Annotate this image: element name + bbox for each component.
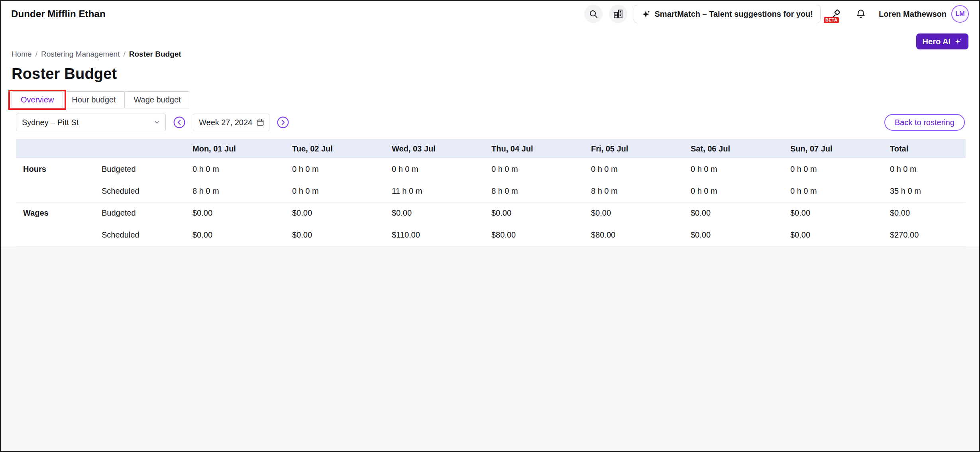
- next-week-button[interactable]: [276, 116, 290, 129]
- tab-wage-budget[interactable]: Wage budget: [124, 91, 190, 108]
- cell: $110.00: [388, 224, 487, 246]
- column-header-fri: Fri, 05 Jul: [587, 139, 687, 158]
- week-picker-value: Week 27, 2024: [199, 118, 252, 127]
- week-picker[interactable]: Week 27, 2024: [193, 114, 269, 131]
- row-group-label: Hours: [16, 158, 98, 180]
- row-type-label: Scheduled: [98, 180, 189, 202]
- column-header-wed: Wed, 03 Jul: [388, 139, 487, 158]
- user-menu[interactable]: Loren Mathewson LM: [876, 5, 969, 23]
- cell: 0 h 0 m: [687, 180, 786, 202]
- cell: $0.00: [288, 224, 388, 246]
- cell: 11 h 0 m: [388, 180, 487, 202]
- column-header-sat: Sat, 06 Jul: [687, 139, 786, 158]
- top-bar-actions: SmartMatch – Talent suggestions for you!…: [584, 5, 969, 23]
- user-name: Loren Mathewson: [879, 10, 947, 19]
- chevron-left-circle-icon: [173, 116, 186, 129]
- cell: $0.00: [388, 202, 487, 224]
- breadcrumb-rostering-management[interactable]: Rostering Management: [41, 50, 120, 59]
- column-header-group: [16, 139, 98, 158]
- hero-ai-label: Hero AI: [923, 37, 951, 46]
- hero-ai-button[interactable]: Hero AI: [916, 33, 968, 49]
- back-to-rostering-button[interactable]: Back to rostering: [884, 114, 965, 131]
- cell: $80.00: [587, 224, 687, 246]
- cell: $80.00: [487, 224, 587, 246]
- cell-total: $270.00: [886, 224, 966, 246]
- cell: $0.00: [687, 202, 786, 224]
- roster-budget-table: Mon, 01 Jul Tue, 02 Jul Wed, 03 Jul Thu,…: [16, 139, 966, 246]
- location-select-value: Sydney – Pitt St: [22, 118, 79, 127]
- row-group-label: [16, 180, 98, 202]
- company-name: Dunder Mifflin Ethan: [11, 8, 106, 20]
- chevron-right-circle-icon: [277, 116, 289, 129]
- smartmatch-label: SmartMatch – Talent suggestions for you!: [655, 10, 813, 19]
- column-header-total: Total: [886, 139, 966, 158]
- column-header-thu: Thu, 04 Jul: [487, 139, 587, 158]
- tab-hour-budget[interactable]: Hour budget: [63, 91, 125, 108]
- smartmatch-button[interactable]: SmartMatch – Talent suggestions for you!: [634, 5, 821, 23]
- avatar: LM: [951, 5, 969, 23]
- table-row-hours-budgeted: Hours Budgeted 0 h 0 m 0 h 0 m 0 h 0 m 0…: [16, 158, 966, 180]
- cell: 0 h 0 m: [786, 180, 886, 202]
- page-title: Roster Budget: [12, 65, 968, 83]
- sparkle-icon: [641, 10, 650, 19]
- notifications-button[interactable]: [852, 5, 870, 23]
- chevron-down-icon: [153, 119, 161, 126]
- beta-feature-button[interactable]: BETA: [827, 5, 845, 23]
- tab-overview[interactable]: Overview: [12, 91, 63, 108]
- cell: 0 h 0 m: [288, 180, 388, 202]
- hero-ai-row: Hero AI: [1, 27, 979, 49]
- app-window: Dunder Mifflin Ethan SmartMatch – Talent…: [0, 0, 980, 452]
- row-type-label: Budgeted: [98, 202, 189, 224]
- row-type-label: Budgeted: [98, 158, 189, 180]
- tab-hour-budget-label: Hour budget: [72, 95, 116, 104]
- column-header-type: [98, 139, 189, 158]
- cell: 0 h 0 m: [786, 158, 886, 180]
- top-bar: Dunder Mifflin Ethan SmartMatch – Talent…: [1, 1, 979, 27]
- cell: $0.00: [487, 202, 587, 224]
- search-icon: [589, 9, 598, 19]
- previous-week-button[interactable]: [173, 116, 186, 129]
- cell: $0.00: [587, 202, 687, 224]
- breadcrumb-separator: /: [35, 50, 37, 59]
- column-header-sun: Sun, 07 Jul: [786, 139, 886, 158]
- location-select[interactable]: Sydney – Pitt St: [16, 114, 166, 131]
- cell: 0 h 0 m: [288, 158, 388, 180]
- cell: $0.00: [189, 202, 288, 224]
- tab-bar: Overview Hour budget Wage budget: [12, 91, 968, 108]
- page-background: [1, 246, 979, 452]
- building-icon: [613, 9, 623, 19]
- search-button[interactable]: [584, 5, 603, 23]
- cell-total: 0 h 0 m: [886, 158, 966, 180]
- breadcrumb-current: Roster Budget: [129, 50, 181, 59]
- cell: $0.00: [786, 224, 886, 246]
- table-header-row: Mon, 01 Jul Tue, 02 Jul Wed, 03 Jul Thu,…: [16, 139, 966, 158]
- bell-icon: [856, 9, 866, 19]
- cell: $0.00: [189, 224, 288, 246]
- breadcrumb-separator: /: [123, 50, 125, 59]
- toolbar: Sydney – Pitt St Week 27, 2024 Back to r…: [16, 114, 965, 131]
- column-header-mon: Mon, 01 Jul: [189, 139, 288, 158]
- organisation-button[interactable]: [609, 5, 627, 23]
- breadcrumb-home[interactable]: Home: [12, 50, 32, 59]
- cell-total: $0.00: [886, 202, 966, 224]
- calendar-icon: [256, 118, 264, 126]
- cell: 0 h 0 m: [587, 158, 687, 180]
- cell-total: 35 h 0 m: [886, 180, 966, 202]
- row-group-label: Wages: [16, 202, 98, 224]
- breadcrumb: Home / Rostering Management / Roster Bud…: [1, 49, 979, 59]
- cell: $0.00: [687, 224, 786, 246]
- column-header-tue: Tue, 02 Jul: [288, 139, 388, 158]
- table-row-hours-scheduled: Scheduled 8 h 0 m 0 h 0 m 11 h 0 m 8 h 0…: [16, 180, 966, 202]
- cell: 0 h 0 m: [189, 158, 288, 180]
- tab-wage-budget-label: Wage budget: [134, 95, 181, 104]
- cell: $0.00: [288, 202, 388, 224]
- cell: 8 h 0 m: [587, 180, 687, 202]
- table-row-wages-budgeted: Wages Budgeted $0.00 $0.00 $0.00 $0.00 $…: [16, 202, 966, 224]
- cell: 0 h 0 m: [687, 158, 786, 180]
- tab-overview-label: Overview: [21, 95, 54, 104]
- sparkles-icon: [954, 37, 962, 45]
- row-group-label: [16, 224, 98, 246]
- cell: 8 h 0 m: [189, 180, 288, 202]
- cell: 0 h 0 m: [388, 158, 487, 180]
- cell: 0 h 0 m: [487, 158, 587, 180]
